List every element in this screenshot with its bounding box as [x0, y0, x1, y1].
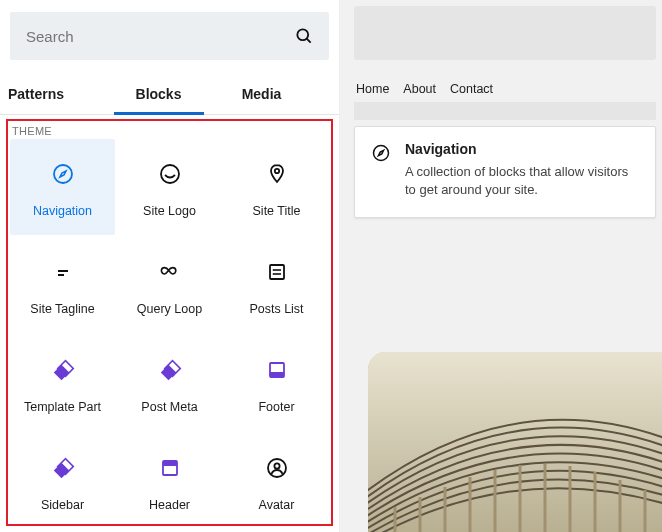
block-info-desc: A collection of blocks that allow visito…	[405, 163, 639, 199]
person-circle-icon	[265, 450, 289, 486]
nav-link-contact[interactable]: Contact	[450, 82, 493, 96]
block-footer[interactable]: Footer	[224, 335, 329, 431]
search-field[interactable]	[10, 12, 329, 60]
block-label: Site Logo	[143, 204, 196, 218]
section-heading: THEME	[10, 123, 329, 139]
block-label: Site Title	[253, 204, 301, 218]
block-site-logo[interactable]: Site Logo	[117, 139, 222, 235]
block-header[interactable]: Header	[117, 433, 222, 526]
layout-bottom-icon	[265, 352, 289, 388]
block-label: Avatar	[259, 498, 295, 512]
map-pin-icon	[265, 156, 289, 192]
layout-top-icon	[158, 450, 182, 486]
block-label: Template Part	[24, 400, 101, 414]
block-label: Query Loop	[137, 302, 202, 316]
block-avatar[interactable]: Avatar	[224, 433, 329, 526]
preview-image	[368, 352, 662, 532]
block-template-part[interactable]: Template Part	[10, 335, 115, 431]
block-info-card: Navigation A collection of blocks that a…	[354, 126, 656, 218]
nav-link-about[interactable]: About	[403, 82, 436, 96]
block-query-loop[interactable]: Query Loop	[117, 237, 222, 333]
compass-icon	[51, 156, 75, 192]
block-label: Navigation	[33, 204, 92, 218]
list-box-icon	[265, 254, 289, 290]
tab-media[interactable]: Media	[210, 76, 333, 114]
block-grid: NavigationSite LogoSite TitleSite Taglin…	[10, 139, 329, 526]
block-site-title[interactable]: Site Title	[224, 139, 329, 235]
preview-nav-menu: Home About Contact	[354, 60, 662, 102]
infinity-icon	[158, 254, 182, 290]
layers-purple-icon	[51, 352, 75, 388]
block-info-title: Navigation	[405, 141, 639, 157]
svg-marker-3	[379, 151, 384, 156]
compass-icon	[371, 143, 391, 163]
block-label: Header	[149, 498, 190, 512]
smile-circle-icon	[158, 156, 182, 192]
tab-patterns[interactable]: Patterns	[6, 76, 107, 114]
layers-purple-icon	[51, 450, 75, 486]
layers-purple-icon	[158, 352, 182, 388]
preview-pane: Home About Contact Navigation A collecti…	[340, 0, 662, 532]
block-post-meta[interactable]: Post Meta	[117, 335, 222, 431]
block-site-tagline[interactable]: Site Tagline	[10, 237, 115, 333]
nav-link-home[interactable]: Home	[356, 82, 389, 96]
svg-point-2	[374, 146, 389, 161]
block-label: Sidebar	[41, 498, 84, 512]
preview-spacer	[354, 102, 656, 120]
preview-header-placeholder	[354, 6, 656, 60]
theme-section: THEME NavigationSite LogoSite TitleSite …	[6, 119, 333, 526]
equals-short-icon	[51, 254, 75, 290]
block-posts-list[interactable]: Posts List	[224, 237, 329, 333]
block-label: Posts List	[249, 302, 303, 316]
block-label: Footer	[258, 400, 294, 414]
svg-point-0	[297, 29, 308, 40]
block-label: Post Meta	[141, 400, 197, 414]
search-input[interactable]	[24, 27, 224, 46]
svg-line-1	[307, 39, 311, 43]
block-label: Site Tagline	[30, 302, 94, 316]
block-navigation[interactable]: Navigation	[10, 139, 115, 235]
tab-blocks[interactable]: Blocks	[107, 76, 210, 114]
block-sidebar[interactable]: Sidebar	[10, 433, 115, 526]
search-icon	[293, 25, 315, 47]
inserter-panel: Patterns Blocks Media THEME NavigationSi…	[0, 0, 340, 532]
inserter-tabs: Patterns Blocks Media	[0, 76, 339, 115]
